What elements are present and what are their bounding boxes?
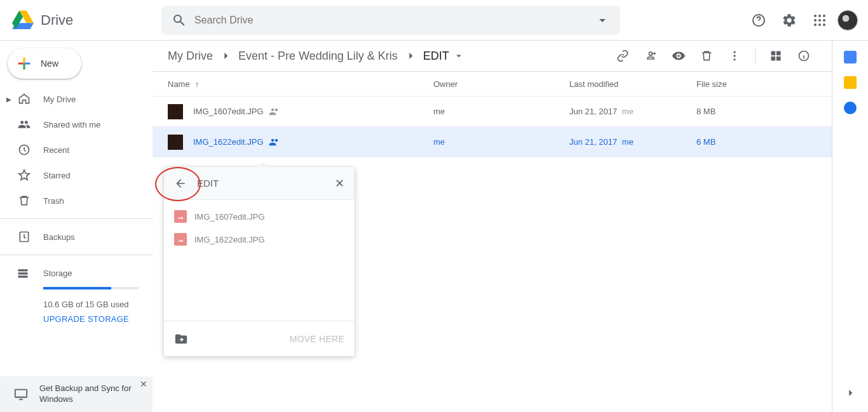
expand-rail-icon[interactable] bbox=[844, 387, 857, 399]
svg-point-8 bbox=[818, 23, 821, 26]
shared-icon bbox=[17, 117, 32, 132]
file-owner: me bbox=[433, 107, 569, 116]
nav-label: Trash bbox=[43, 196, 64, 206]
dropdown-icon bbox=[453, 50, 465, 62]
svg-point-17 bbox=[733, 55, 735, 56]
close-icon[interactable]: ✕ bbox=[140, 379, 147, 389]
close-icon[interactable]: ✕ bbox=[335, 176, 344, 190]
move-popup-footer: MOVE HERE bbox=[164, 321, 355, 356]
dropdown-icon[interactable] bbox=[595, 13, 610, 28]
sidebar: New ▶ My Drive Shared with me Recent Sta… bbox=[0, 41, 153, 412]
upgrade-storage-link[interactable]: UPGRADE STORAGE bbox=[43, 314, 137, 324]
storage-icon bbox=[17, 267, 32, 279]
file-size: 8 MB bbox=[696, 107, 817, 116]
file-row[interactable]: IMG_1622edit.JPGmeJun 21, 2017 me6 MB bbox=[153, 127, 832, 157]
logo-area[interactable]: Drive bbox=[10, 8, 161, 33]
move-popup-item[interactable]: IMG_1607edit.JPG bbox=[164, 205, 355, 228]
breadcrumb: My Drive Event - Pre Wedding Lily & Kris… bbox=[168, 50, 610, 63]
computer-icon bbox=[14, 387, 29, 402]
column-modified[interactable]: Last modified bbox=[569, 79, 696, 89]
get-link-icon[interactable] bbox=[610, 43, 635, 69]
file-modified: Jun 21, 2017 me bbox=[569, 137, 696, 147]
svg-rect-12 bbox=[18, 269, 28, 271]
recent-icon bbox=[17, 142, 32, 157]
svg-point-18 bbox=[733, 58, 735, 60]
svg-rect-13 bbox=[18, 272, 28, 274]
file-size: 6 MB bbox=[696, 137, 817, 147]
new-button[interactable]: New bbox=[8, 48, 81, 79]
nav-my-drive[interactable]: ▶ My Drive bbox=[0, 86, 153, 112]
grid-view-icon[interactable] bbox=[763, 43, 789, 69]
delete-icon[interactable] bbox=[694, 43, 719, 69]
svg-point-9 bbox=[823, 23, 825, 26]
move-to-popup: EDIT ✕ IMG_1607edit.JPGIMG_1622edit.JPG … bbox=[164, 167, 355, 356]
svg-rect-14 bbox=[18, 276, 28, 277]
svg-rect-21 bbox=[771, 56, 776, 61]
expand-caret-icon[interactable]: ▶ bbox=[6, 96, 15, 103]
column-size[interactable]: File size bbox=[696, 79, 817, 89]
storage-used-text: 10.6 GB of 15 GB used bbox=[43, 300, 137, 309]
breadcrumb-item[interactable]: My Drive bbox=[168, 50, 213, 63]
move-popup-title: EDIT bbox=[194, 178, 335, 189]
move-popup-item[interactable]: IMG_1622edit.JPG bbox=[164, 228, 355, 251]
file-owner: me bbox=[433, 137, 569, 147]
trash-icon bbox=[17, 193, 32, 208]
keep-app-icon[interactable] bbox=[844, 76, 857, 89]
svg-rect-20 bbox=[776, 51, 781, 56]
chevron-right-icon bbox=[404, 50, 417, 62]
search-input[interactable] bbox=[194, 15, 595, 26]
plus-icon bbox=[15, 55, 33, 72]
back-arrow-icon[interactable] bbox=[174, 177, 189, 190]
backup-sync-text: Get Backup and Sync for Windows bbox=[39, 383, 145, 405]
chevron-right-icon bbox=[219, 50, 232, 62]
table-header: Name ↑ Owner Last modified File size bbox=[153, 71, 832, 96]
file-row[interactable]: IMG_1607edit.JPGmeJun 21, 2017 me8 MB bbox=[153, 96, 832, 127]
nav-label: Backups bbox=[43, 232, 75, 242]
file-modified: Jun 21, 2017 me bbox=[569, 107, 696, 116]
nav-label: Recent bbox=[43, 145, 69, 155]
move-popup-header: EDIT ✕ bbox=[164, 167, 355, 200]
sort-arrow-icon: ↑ bbox=[195, 79, 200, 89]
details-icon[interactable] bbox=[791, 43, 817, 69]
breadcrumb-item[interactable]: Event - Pre Wedding Lily & Kris bbox=[238, 50, 398, 63]
nav-starred[interactable]: Starred bbox=[0, 163, 153, 188]
drive-logo-icon bbox=[10, 8, 36, 33]
column-name[interactable]: Name ↑ bbox=[168, 79, 433, 89]
nav-shared[interactable]: Shared with me bbox=[0, 112, 153, 137]
app-name: Drive bbox=[41, 12, 73, 29]
help-icon[interactable] bbox=[746, 8, 771, 33]
settings-icon[interactable] bbox=[776, 8, 802, 33]
nav-trash[interactable]: Trash bbox=[0, 188, 153, 213]
nav-backups[interactable]: Backups bbox=[0, 224, 153, 249]
header: Drive bbox=[0, 0, 868, 41]
move-here-button[interactable]: MOVE HERE bbox=[290, 334, 344, 344]
share-icon[interactable] bbox=[638, 43, 663, 69]
svg-point-2 bbox=[818, 15, 821, 17]
svg-rect-22 bbox=[776, 56, 781, 61]
nav-storage[interactable]: Storage bbox=[17, 260, 137, 286]
shared-icon bbox=[269, 106, 280, 117]
preview-icon[interactable] bbox=[666, 43, 691, 69]
svg-point-1 bbox=[814, 15, 817, 17]
breadcrumb-current[interactable]: EDIT bbox=[423, 50, 465, 63]
nav-recent[interactable]: Recent bbox=[0, 137, 153, 163]
nav-label: Shared with me bbox=[43, 120, 100, 130]
apps-icon[interactable] bbox=[807, 8, 832, 33]
file-thumbnail bbox=[168, 135, 183, 150]
svg-point-4 bbox=[814, 19, 817, 22]
calendar-app-icon[interactable] bbox=[844, 51, 857, 63]
move-popup-body: IMG_1607edit.JPGIMG_1622edit.JPG bbox=[164, 200, 355, 321]
image-file-icon bbox=[174, 233, 187, 246]
tasks-app-icon[interactable] bbox=[844, 102, 857, 114]
backups-icon bbox=[17, 229, 32, 244]
svg-point-3 bbox=[823, 15, 825, 17]
search-bar[interactable] bbox=[161, 6, 620, 35]
more-icon[interactable] bbox=[722, 43, 747, 69]
account-avatar[interactable] bbox=[837, 10, 858, 30]
column-owner[interactable]: Owner bbox=[433, 79, 569, 89]
backup-sync-banner[interactable]: Get Backup and Sync for Windows ✕ bbox=[0, 376, 153, 412]
new-button-label: New bbox=[41, 58, 58, 69]
toolbar bbox=[610, 43, 817, 69]
svg-rect-15 bbox=[15, 390, 27, 397]
new-folder-icon[interactable] bbox=[174, 332, 188, 346]
